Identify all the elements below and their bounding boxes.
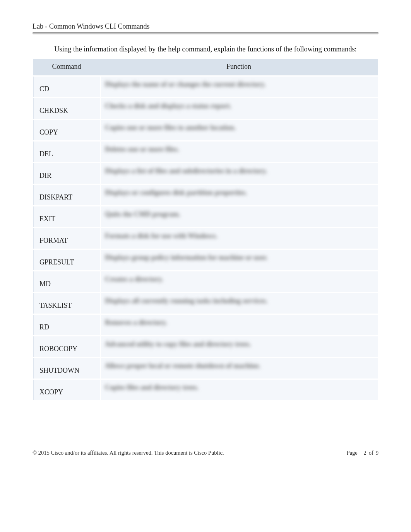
cell-function: Formats a disk for use with Windows. xyxy=(100,228,378,249)
footer-copyright: © 2015 Cisco and/or its affiliates. All … xyxy=(33,450,224,456)
blurred-function-text: Allows proper local or remote shutdown o… xyxy=(105,362,260,370)
commands-table: Command Function CDDisplays the name of … xyxy=(33,59,378,400)
intro-text: Using the information displayed by the h… xyxy=(33,45,378,53)
table-row: DIRDisplays a list of files and subdirec… xyxy=(33,162,378,184)
cell-command: MD xyxy=(33,271,100,292)
cell-function: Advanced utility to copy files and direc… xyxy=(100,336,378,357)
table-row: TASKLISTDisplays all currently running t… xyxy=(33,292,378,314)
cell-function: Displays or configures disk partition pr… xyxy=(100,185,378,205)
blurred-function-text: Displays or configures disk partition pr… xyxy=(105,189,247,197)
table-row: SHUTDOWNAllows proper local or remote sh… xyxy=(33,357,378,379)
cell-function: Displays all currently running tasks inc… xyxy=(100,293,378,314)
cell-function: Displays the name of or changes the curr… xyxy=(100,77,378,97)
blurred-function-text: Creates a directory. xyxy=(105,275,163,284)
blurred-function-text: Displays the name of or changes the curr… xyxy=(105,80,265,89)
blurred-function-text: Copies files and directory trees. xyxy=(105,384,199,392)
cell-function: Copies one or more files to another loca… xyxy=(100,120,378,140)
cell-command: RD xyxy=(33,315,100,335)
footer-page-label: Page xyxy=(347,450,358,456)
cell-function: Creates a directory. xyxy=(100,271,378,292)
cell-function: Checks a disk and displays a status repo… xyxy=(100,98,378,119)
blurred-function-text: Checks a disk and displays a status repo… xyxy=(105,102,231,111)
cell-function: Displays group policy information for ma… xyxy=(100,250,378,270)
page-footer: © 2015 Cisco and/or its affiliates. All … xyxy=(33,450,378,456)
cell-command: ROBOCOPY xyxy=(33,336,100,357)
footer-page-info: Page 2 of 9 xyxy=(347,450,378,456)
table-body: CDDisplays the name of or changes the cu… xyxy=(33,75,378,400)
table-row: FORMATFormats a disk for use with Window… xyxy=(33,227,378,249)
cell-function: Removes a directory. xyxy=(100,315,378,335)
table-row: GPRESULTDisplays group policy informatio… xyxy=(33,249,378,270)
table-row: EXITQuits the CMD program. xyxy=(33,205,378,227)
header-command: Command xyxy=(33,59,100,75)
table-header-row: Command Function xyxy=(33,59,378,75)
table-row: MDCreates a directory. xyxy=(33,270,378,292)
blurred-function-text: Removes a directory. xyxy=(105,319,167,327)
footer-page-of: of xyxy=(369,450,373,456)
table-row: DELDeletes one or more files. xyxy=(33,140,378,162)
blurred-function-text: Deletes one or more files. xyxy=(105,145,179,154)
blurred-function-text: Quits the CMD program. xyxy=(105,210,180,219)
cell-command: SHUTDOWN xyxy=(33,358,100,379)
table-row: CHKDSKChecks a disk and displays a statu… xyxy=(33,97,378,119)
cell-command: GPRESULT xyxy=(33,250,100,270)
cell-command: XCOPY xyxy=(33,380,100,400)
blurred-function-text: Copies one or more files to another loca… xyxy=(105,124,236,132)
cell-function: Quits the CMD program. xyxy=(100,206,378,227)
cell-command: DIR xyxy=(33,163,100,184)
table-row: DISKPARTDisplays or configures disk part… xyxy=(33,184,378,205)
cell-function: Allows proper local or remote shutdown o… xyxy=(100,358,378,379)
cell-command: TASKLIST xyxy=(33,293,100,314)
table-row: CDDisplays the name of or changes the cu… xyxy=(33,75,378,97)
cell-command: COPY xyxy=(33,120,100,140)
page-header-title: Lab - Common Windows CLI Commands xyxy=(33,22,378,31)
cell-command: CD xyxy=(33,77,100,97)
cell-command: DISKPART xyxy=(33,185,100,205)
cell-function: Copies files and directory trees. xyxy=(100,380,378,400)
footer-page-total: 9 xyxy=(376,450,378,456)
footer-page-current: 2 xyxy=(363,450,366,456)
table-row: ROBOCOPYAdvanced utility to copy files a… xyxy=(33,335,378,357)
cell-function: Displays a list of files and subdirector… xyxy=(100,163,378,184)
header-function: Function xyxy=(100,59,378,75)
table-row: RDRemoves a directory. xyxy=(33,314,378,335)
blurred-function-text: Displays a list of files and subdirector… xyxy=(105,167,267,176)
cell-command: CHKDSK xyxy=(33,98,100,119)
cell-command: DEL xyxy=(33,142,100,162)
cell-command: EXIT xyxy=(33,206,100,227)
table-row: COPYCopies one or more files to another … xyxy=(33,119,378,140)
cell-command: FORMAT xyxy=(33,228,100,249)
table-row: XCOPYCopies files and directory trees. xyxy=(33,379,378,400)
blurred-function-text: Displays all currently running tasks inc… xyxy=(105,297,267,305)
blurred-function-text: Displays group policy information for ma… xyxy=(105,254,267,262)
cell-function: Deletes one or more files. xyxy=(100,142,378,162)
blurred-function-text: Formats a disk for use with Windows. xyxy=(105,232,217,240)
header-divider xyxy=(33,32,378,34)
document-page: Lab - Common Windows CLI Commands Using … xyxy=(0,0,411,532)
blurred-function-text: Advanced utility to copy files and direc… xyxy=(105,340,251,349)
